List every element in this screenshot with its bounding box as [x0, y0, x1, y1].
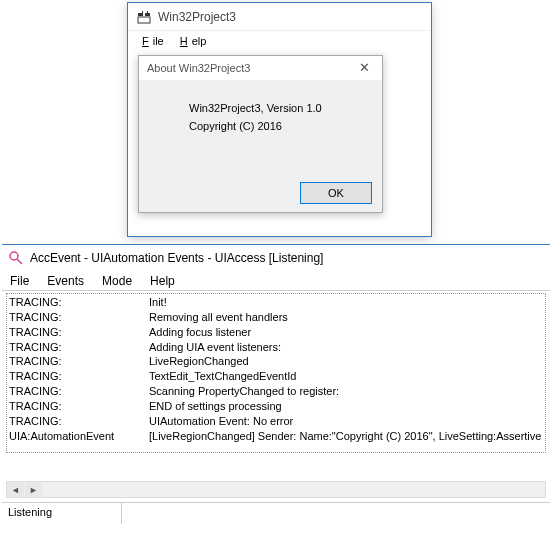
- log-row[interactable]: TRACING:Adding focus listener: [9, 325, 543, 340]
- svg-rect-0: [138, 13, 143, 16]
- log-source: UIA:AutomationEvent: [9, 429, 149, 444]
- log-message: [LiveRegionChanged] Sender: Name:"Copyri…: [149, 429, 543, 444]
- log-message: END of settings processing: [149, 399, 543, 414]
- log-row[interactable]: TRACING:Removing all event handlers: [9, 310, 543, 325]
- about-dialog: About Win32Project3 ✕ Win32Project3, Ver…: [138, 55, 383, 213]
- log-source: TRACING:: [9, 399, 149, 414]
- log-source: TRACING:: [9, 310, 149, 325]
- log-row[interactable]: UIA:AutomationEvent[LiveRegionChanged] S…: [9, 429, 543, 444]
- status-bar: Listening: [2, 502, 550, 524]
- event-log[interactable]: TRACING:Init!TRACING:Removing all event …: [6, 293, 546, 453]
- about-copyright: Copyright (C) 2016: [189, 118, 372, 136]
- log-source: TRACING:: [9, 384, 149, 399]
- menubar: File Help: [128, 31, 431, 51]
- svg-rect-3: [142, 11, 143, 13]
- log-row[interactable]: TRACING:Adding UIA event listeners:: [9, 340, 543, 355]
- window-title: Win32Project3: [158, 10, 236, 24]
- accevent-menubar: File Events Mode Help: [2, 271, 550, 291]
- win32project3-window: Win32Project3 File Help About Win32Proje…: [127, 2, 432, 237]
- log-source: TRACING:: [9, 369, 149, 384]
- svg-rect-2: [138, 17, 150, 23]
- log-source: TRACING:: [9, 325, 149, 340]
- accevent-icon: [8, 250, 24, 266]
- log-message: Init!: [149, 295, 543, 310]
- log-message: UIAutomation Event: No error: [149, 414, 543, 429]
- about-titlebar[interactable]: About Win32Project3 ✕: [139, 56, 382, 80]
- log-message: TextEdit_TextChangedEventId: [149, 369, 543, 384]
- log-message: LiveRegionChanged: [149, 354, 543, 369]
- log-source: TRACING:: [9, 354, 149, 369]
- accevent-title: AccEvent - UIAutomation Events - UIAcces…: [30, 251, 323, 265]
- scroll-left-icon[interactable]: ◄: [7, 482, 24, 497]
- accevent-window: AccEvent - UIAutomation Events - UIAcces…: [2, 244, 550, 541]
- menu-file[interactable]: File: [134, 34, 168, 48]
- horizontal-scrollbar[interactable]: ◄ ►: [6, 481, 546, 498]
- log-row[interactable]: TRACING:UIAutomation Event: No error: [9, 414, 543, 429]
- log-source: TRACING:: [9, 295, 149, 310]
- close-icon[interactable]: ✕: [350, 58, 378, 76]
- log-message: Adding UIA event listeners:: [149, 340, 543, 355]
- about-body: Win32Project3, Version 1.0 Copyright (C)…: [139, 80, 382, 145]
- svg-rect-1: [145, 13, 150, 16]
- status-empty: [122, 503, 550, 524]
- log-row[interactable]: TRACING:END of settings processing: [9, 399, 543, 414]
- menu-events[interactable]: Events: [45, 273, 86, 289]
- about-title-text: About Win32Project3: [147, 62, 250, 74]
- svg-point-5: [10, 252, 18, 260]
- menu-file-2[interactable]: File: [8, 273, 31, 289]
- scroll-right-icon[interactable]: ►: [25, 482, 42, 497]
- log-message: Scanning PropertyChanged to register:: [149, 384, 543, 399]
- menu-help-2[interactable]: Help: [148, 273, 177, 289]
- menu-mode[interactable]: Mode: [100, 273, 134, 289]
- log-row[interactable]: TRACING:LiveRegionChanged: [9, 354, 543, 369]
- svg-line-6: [17, 259, 22, 264]
- accevent-titlebar[interactable]: AccEvent - UIAutomation Events - UIAcces…: [2, 245, 550, 271]
- svg-rect-4: [147, 11, 148, 13]
- status-text: Listening: [2, 503, 122, 524]
- about-version: Win32Project3, Version 1.0: [189, 100, 372, 118]
- log-source: TRACING:: [9, 340, 149, 355]
- titlebar[interactable]: Win32Project3: [128, 3, 431, 31]
- log-row[interactable]: TRACING:TextEdit_TextChangedEventId: [9, 369, 543, 384]
- log-source: TRACING:: [9, 414, 149, 429]
- menu-help[interactable]: Help: [172, 34, 211, 48]
- log-row[interactable]: TRACING:Init!: [9, 295, 543, 310]
- app-icon: [136, 9, 152, 25]
- log-row[interactable]: TRACING:Scanning PropertyChanged to regi…: [9, 384, 543, 399]
- log-message: Removing all event handlers: [149, 310, 543, 325]
- ok-button[interactable]: OK: [300, 182, 372, 204]
- log-message: Adding focus listener: [149, 325, 543, 340]
